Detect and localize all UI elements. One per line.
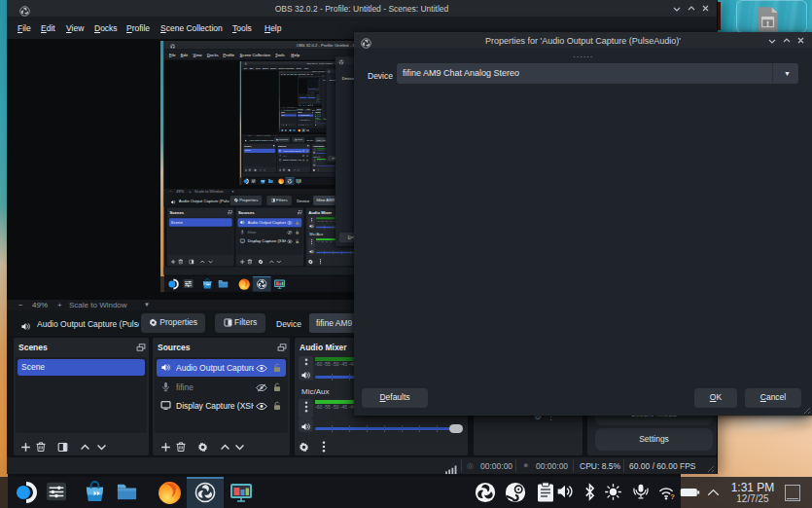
svg-text:?: ?: [670, 493, 675, 502]
